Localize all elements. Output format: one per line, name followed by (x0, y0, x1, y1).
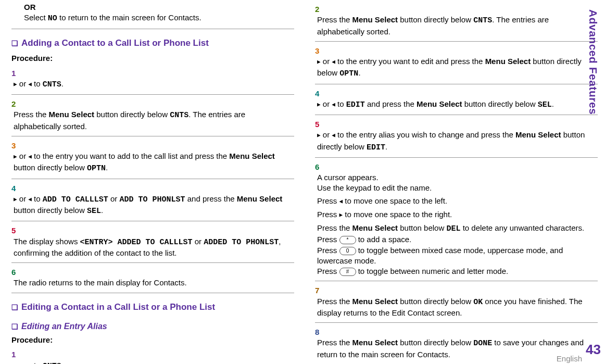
t: . (61, 79, 64, 88)
cnts-code: CNTS (170, 111, 188, 120)
t: or (321, 130, 332, 139)
right-column: 2 Press the Menu Select button directly … (315, 0, 598, 364)
separator (315, 41, 598, 42)
t: or (193, 237, 204, 246)
step-6-body: The radio returns to the main display fo… (14, 278, 283, 288)
procedure-label-2: Procedure: (11, 335, 294, 345)
t: Press (317, 267, 339, 275)
r-step-5: 5 or to the entry alias you wish to chan… (315, 119, 598, 153)
r-step-6: 6 A cursor appears. Use the keypad to ed… (315, 162, 598, 277)
step-2: 2 Press the Menu Select button directly … (11, 99, 294, 132)
separator (315, 281, 598, 281)
step-number-2: 2 (11, 99, 21, 109)
no-code: NO (48, 14, 57, 23)
left-arrow-icon (28, 153, 32, 161)
r-step-3-body: or to the entry you want to edit and pre… (317, 56, 586, 80)
r-step-6-body: A cursor appears. Use the keypad to edit… (317, 172, 586, 277)
left-arrow-icon (339, 197, 343, 206)
optn-code: OPTN (339, 69, 358, 78)
right-arrow-icon (14, 80, 17, 89)
right-arrow-icon (317, 131, 321, 140)
t: to the entry you want to edit and press … (335, 57, 485, 66)
heading-edit-text: Editing a Contact in a Call List or a Ph… (21, 302, 215, 312)
t: and press the (185, 194, 237, 203)
step-number-1: 1 (11, 68, 21, 79)
step-4-body: or to ADD TO CALLLST or ADD TO PHONLST a… (14, 194, 283, 217)
left-arrow-icon (332, 101, 335, 109)
del-code: DEL (446, 224, 460, 233)
t: to add a space. (356, 235, 412, 244)
t: button directly below (398, 297, 473, 306)
sel-code: SEL (87, 207, 101, 216)
left-arrow-icon (28, 195, 32, 204)
step-number-4: 4 (11, 183, 21, 194)
b-step-1-body: or to CNTS. (14, 360, 283, 364)
step-3: 3 or to the entry you want to add to the… (11, 141, 294, 174)
r-step-7: 7 Press the Menu Select button directly … (315, 285, 598, 318)
or-line-2: to return to the main screen for Contact… (57, 13, 201, 22)
step-number-6: 6 (315, 162, 324, 172)
t: or (17, 79, 29, 88)
r-step-3: 3 or to the entry you want to edit and p… (315, 46, 598, 80)
t: button directly below (94, 110, 170, 119)
t: . (101, 206, 103, 215)
separator (11, 136, 294, 136)
step-5-body: The display shows <ENTRY> ADDED TO CALLL… (14, 236, 283, 259)
separator (315, 84, 598, 84)
two-column-layout: OR Select NO to return to the main scree… (0, 0, 605, 364)
right-arrow-icon (317, 101, 321, 109)
or-label: OR (24, 3, 36, 11)
side-panel: Advanced Features 43 (584, 5, 602, 359)
done-code: DONE (473, 339, 492, 348)
t: to (32, 361, 43, 364)
t: Press (317, 196, 339, 205)
right-arrow-icon (14, 153, 17, 161)
separator (315, 157, 598, 158)
left-arrow-icon (332, 58, 335, 67)
menu-select-label: Menu Select (352, 297, 398, 306)
step-number-3: 3 (315, 46, 324, 56)
t: to toggle between numeric and letter mod… (356, 267, 509, 275)
menu-select-label: Menu Select (49, 110, 95, 119)
or-block: OR Select NO to return to the main scree… (24, 2, 294, 24)
right-arrow-icon (317, 58, 321, 67)
r-step-8-body: Press the Menu Select button directly be… (317, 337, 586, 360)
separator (11, 221, 294, 221)
t: Press the (317, 338, 352, 347)
t: button directly below (462, 99, 538, 108)
step-5: 5 The display shows <ENTRY> ADDED TO CAL… (11, 225, 294, 258)
left-arrow-icon (28, 80, 32, 89)
heading-add-text: Adding a Contact to a Call List or Phone… (21, 38, 209, 48)
optn-code: OPTN (87, 164, 106, 173)
separator (11, 179, 294, 179)
t: The display shows (14, 237, 80, 246)
added-phon-code: ADDED TO PHONLST (204, 238, 279, 247)
t: Press (317, 246, 339, 255)
step-1: 1 or to CNTS. (11, 68, 294, 91)
step-number-6: 6 (11, 267, 21, 278)
t: to the entry alias you wish to change an… (335, 130, 515, 139)
cnts-code: CNTS (43, 80, 61, 89)
t: to (32, 79, 43, 88)
t: . (358, 68, 360, 77)
step-6: 6 The radio returns to the main display … (11, 267, 294, 288)
sel-code: SEL (538, 101, 552, 109)
step-number-7: 7 (315, 285, 324, 296)
step-number-4: 4 (315, 89, 324, 99)
t: Press (317, 235, 339, 244)
t: to move one space to the right. (343, 210, 452, 219)
t: A cursor appears. (317, 173, 379, 182)
t: to move one space to the left. (343, 196, 447, 205)
t: to (335, 99, 346, 108)
t: Press the (317, 223, 352, 232)
menu-select-label: Menu Select (229, 152, 275, 160)
menu-select-label: Menu Select (352, 223, 398, 232)
cnts-code: CNTS (43, 362, 61, 364)
t: . (61, 361, 64, 364)
t: button directly below (14, 163, 87, 172)
left-arrow-icon (332, 131, 335, 140)
t: to (32, 194, 43, 203)
ok-code: OK (473, 298, 483, 307)
entry-added-code: <ENTRY> ADDED TO CALLLST (80, 238, 193, 247)
menu-select-label: Menu Select (485, 57, 531, 66)
